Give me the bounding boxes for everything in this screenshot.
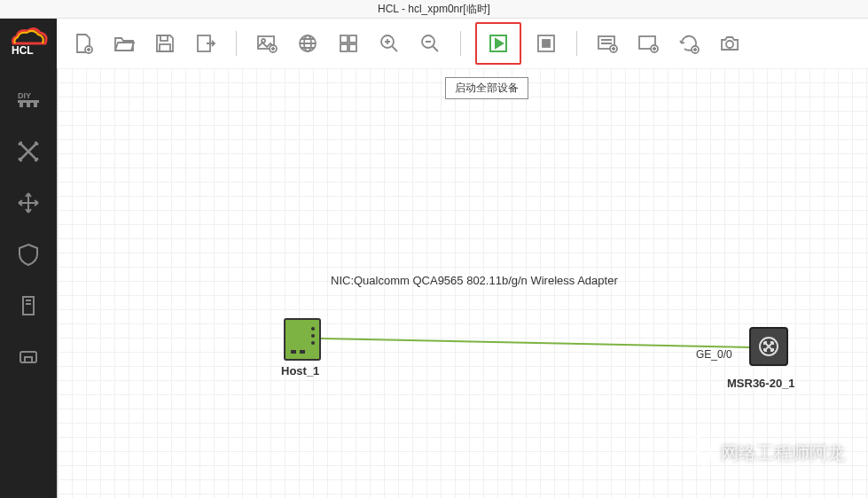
svg-rect-23 xyxy=(349,44,356,51)
topology-link[interactable] xyxy=(321,338,752,349)
start-all-tooltip: 启动全部设备 xyxy=(445,77,528,99)
svg-rect-20 xyxy=(340,35,348,43)
window-title: HCL - hcl_xpm0nr[临时] xyxy=(378,3,490,15)
open-file-button[interactable] xyxy=(108,27,140,59)
new-file-button[interactable] xyxy=(67,27,99,59)
svg-rect-12 xyxy=(160,35,168,41)
host-node-icon[interactable] xyxy=(284,318,321,361)
sidebar-move-button[interactable] xyxy=(14,189,43,217)
host-node-label: Host_1 xyxy=(281,364,319,377)
stop-all-button[interactable] xyxy=(530,27,562,59)
sidebar-server-button[interactable] xyxy=(14,292,43,320)
sidebar-topology-button[interactable] xyxy=(14,137,43,166)
watermark: 网络工程师阿龙 xyxy=(678,436,845,470)
refresh-add-button[interactable] xyxy=(673,27,705,59)
sidebar-security-button[interactable] xyxy=(14,240,43,268)
wechat-icon xyxy=(678,436,712,470)
svg-rect-10 xyxy=(25,357,32,362)
globe-button[interactable] xyxy=(292,27,324,59)
svg-text:HCL: HCL xyxy=(12,44,34,57)
list-add-button[interactable] xyxy=(591,27,623,59)
camera-button[interactable] xyxy=(714,27,746,59)
router-port-label: GE_0/0 xyxy=(696,348,732,361)
svg-rect-21 xyxy=(349,35,356,43)
svg-rect-13 xyxy=(160,44,170,51)
svg-text:DIY: DIY xyxy=(18,91,31,100)
start-all-button[interactable] xyxy=(475,22,521,65)
grid-button[interactable] xyxy=(332,27,364,59)
image-add-button[interactable] xyxy=(251,27,283,59)
toolbar xyxy=(57,19,868,69)
svg-point-34 xyxy=(726,41,733,48)
svg-line-35 xyxy=(321,338,752,347)
svg-rect-28 xyxy=(543,40,550,47)
watermark-text: 网络工程师阿龙 xyxy=(721,441,845,465)
title-bar: HCL - hcl_xpm0nr[临时] xyxy=(0,0,868,19)
zoom-in-button[interactable] xyxy=(373,27,405,59)
export-button[interactable] xyxy=(190,27,222,59)
router-node-label: MSR36-20_1 xyxy=(727,377,795,390)
toolbar-separator xyxy=(576,31,577,56)
zoom-out-button[interactable] xyxy=(414,27,446,59)
save-button[interactable] xyxy=(149,27,181,59)
nic-label: NIC:Qualcomm QCA9565 802.11b/g/n Wireles… xyxy=(331,274,618,287)
router-node-icon[interactable] xyxy=(749,327,788,366)
sidebar-diy-button[interactable]: DIY xyxy=(14,86,43,114)
canvas[interactable]: 启动全部设备 NIC:Qualcomm QCA9565 802.11b/g/n … xyxy=(57,68,868,498)
svg-rect-22 xyxy=(340,44,348,51)
hcl-logo: HCL xyxy=(6,26,51,58)
sidebar-port-button[interactable] xyxy=(14,343,43,371)
toolbar-separator xyxy=(460,31,461,56)
panel-add-button[interactable] xyxy=(632,27,664,59)
left-panel: HCL DIY xyxy=(0,19,57,498)
toolbar-separator xyxy=(236,31,237,56)
svg-rect-5 xyxy=(18,100,39,103)
